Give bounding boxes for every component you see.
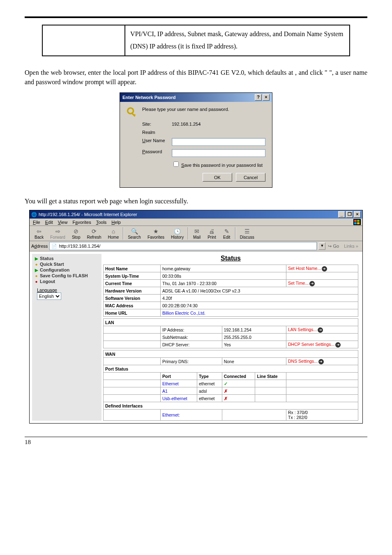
language-select[interactable]: English (37, 292, 61, 300)
edit-icon: ✎ (223, 228, 231, 235)
status-heading: Status (103, 255, 358, 262)
windows-logo-icon (353, 219, 361, 225)
tb-print[interactable]: 🖨Print (204, 228, 219, 240)
info-table-right: VPI/VCI, IP address, Subnet mask, Gatewa… (125, 25, 350, 56)
save-password-checkbox[interactable] (173, 161, 179, 167)
row-hw-version: Hardware Version ADSL GE-A v1.00 / He100… (104, 287, 358, 295)
password-input[interactable] (172, 149, 265, 157)
row-port-ethernet: Ethernet ethernet ✓ (104, 380, 358, 387)
info-table: VPI/VCI, IP address, Subnet mask, Gatewa… (42, 25, 350, 56)
discuss-icon: ☰ (243, 228, 251, 235)
dialog-close-icon[interactable]: × (263, 94, 270, 101)
menu-favorites[interactable]: Favorites (71, 219, 94, 225)
browser-titlebar: 🌐 http://192.168.1.254/ - Microsoft Inte… (30, 210, 362, 219)
refresh-icon: ⟳ (90, 228, 98, 235)
check-icon: ✓ (224, 381, 228, 386)
row-host-name: Host Name home.gateway Set Host Name...➜ (104, 265, 358, 272)
tb-edit[interactable]: ✎Edit (219, 228, 234, 240)
row-sw-version: Software Version 4.20f (104, 295, 358, 302)
search-icon: 🔍 (130, 228, 138, 235)
sidebar-item-status[interactable]: ▶Status (33, 256, 101, 261)
tb-discuss[interactable]: ☰Discuss (237, 228, 258, 240)
row-ip: IP Address: 192.168.1.254 LAN Settings..… (104, 326, 358, 334)
menu-edit[interactable]: Edit (44, 219, 56, 225)
row-port-usb: Usb-ethernet ethernet ✗ (104, 395, 358, 402)
arrow-icon: ➜ (322, 266, 327, 272)
row-wan-head: WAN (104, 350, 358, 358)
x-icon: ✗ (224, 389, 228, 394)
status-table: Host Name home.gateway Set Host Name...➜… (103, 265, 358, 421)
address-label: Address (31, 244, 48, 249)
forward-icon: ⇨ (54, 228, 62, 235)
tb-mail[interactable]: ✉Mail (189, 228, 204, 240)
cancel-button[interactable]: Cancel (236, 173, 265, 182)
tb-favorites[interactable]: ★Favorites (144, 228, 168, 240)
row-lan-head: LAN (104, 319, 358, 326)
sidebar-item-quick-start[interactable]: ●Quick Start (33, 261, 101, 267)
sidebar-item-configuration[interactable]: ▶Configuration (33, 267, 101, 273)
username-input[interactable] (172, 138, 265, 146)
username-label: User Name (142, 138, 172, 143)
realm-label: Realm (142, 130, 172, 135)
sidebar: ▶Status ●Quick Start ▶Configuration ●Sav… (32, 254, 101, 421)
row-mac: MAC Address 00:20:2B:00:74:30 (104, 302, 358, 309)
links-label[interactable]: Links » (341, 244, 361, 249)
browser-menubar: FFileile Edit View Favorites Tools Help (30, 219, 362, 226)
menu-file[interactable]: FFileile (31, 219, 44, 225)
set-host-name-link: Set Host Name... (288, 266, 321, 271)
tb-refresh[interactable]: ⟳Refresh (84, 228, 105, 240)
set-time-link: Set Time... (288, 281, 309, 286)
svg-rect-4 (357, 220, 360, 222)
row-home-url: Home URL Billion Electric Co.,Ltd. (104, 309, 358, 317)
restore-icon[interactable]: ❐ (346, 211, 353, 218)
save-password-label: Save this password in your password list (181, 163, 263, 168)
sidebar-item-logout[interactable]: ●Logout (33, 279, 101, 284)
row-subnet: SubNetmask: 255.255.255.0 (104, 334, 358, 341)
x-icon: ✗ (224, 396, 228, 401)
menu-tools[interactable]: Tools (95, 219, 110, 225)
arrow-icon: ➜ (318, 327, 323, 333)
arrow-icon: ➜ (309, 281, 315, 286)
mail-icon: ✉ (193, 228, 201, 235)
dialog-title-text: Enter Network Password (122, 95, 254, 100)
address-dropdown-icon[interactable]: ▼ (318, 242, 325, 250)
menu-view[interactable]: View (56, 219, 71, 225)
tb-home[interactable]: ⌂Home (105, 228, 122, 240)
tb-back[interactable]: ⇦Back (31, 228, 47, 240)
tb-forward: ⇨Forward (47, 228, 69, 240)
network-password-dialog: Enter Network Password ? × Please type y… (120, 92, 272, 188)
tb-search[interactable]: 🔍Search (125, 228, 144, 240)
arrow-icon: ➜ (335, 342, 341, 348)
go-button[interactable]: ↪ Go (325, 244, 341, 249)
menu-help[interactable]: Help (110, 219, 124, 225)
row-defined-ethernet: Ethernet: Rx : 370/0 Tx : 282/0 (104, 410, 358, 421)
sidebar-item-save-config[interactable]: ●Save Config to FLASH (33, 273, 101, 279)
minimize-icon[interactable]: _ (338, 211, 345, 218)
row-port-status-head: Port Status (104, 365, 358, 373)
password-label: Password (142, 149, 172, 154)
browser-addressbar: Address 📄 http://192.168.1.254/ ▼ ↪ Go L… (30, 241, 362, 251)
site-value: 192.168.1.254 (172, 122, 201, 127)
tb-history[interactable]: 🕓History (168, 228, 187, 240)
svg-rect-5 (354, 222, 357, 224)
svg-rect-6 (357, 222, 360, 224)
stop-icon: ⊘ (72, 228, 80, 235)
browser-title-text: http://192.168.1.254/ - Microsoft Intern… (39, 212, 337, 217)
row-uptime: System Up-Time 00:33:08s (104, 272, 358, 280)
browser-window: 🌐 http://192.168.1.254/ - Microsoft Inte… (29, 210, 363, 424)
address-input[interactable]: 📄 http://192.168.1.254/ (49, 242, 317, 250)
site-label: Site: (142, 122, 172, 127)
dhcp-settings-link: DHCP Server Settings... (288, 342, 334, 347)
dialog-prompt: Please type your user name and password. (142, 107, 265, 112)
print-icon: 🖨 (208, 228, 216, 235)
dialog-help-icon[interactable]: ? (255, 94, 262, 101)
browser-toolbar: ⇦Back ⇨Forward ⊘Stop ⟳Refresh ⌂Home 🔍Sea… (30, 226, 362, 241)
arrow-icon: ➜ (318, 359, 324, 364)
ok-button[interactable]: OK (203, 173, 232, 182)
close-icon[interactable]: × (354, 211, 361, 218)
home-url-link[interactable]: Billion Electric Co.,Ltd. (161, 309, 358, 317)
row-current-time: Current Time Thu, 01 Jan 1970 - 22:33:00… (104, 280, 358, 287)
tb-stop[interactable]: ⊘Stop (69, 228, 84, 240)
home-icon: ⌂ (109, 228, 118, 235)
row-defined-interfaces-head: Defined Interfaces (104, 402, 358, 410)
